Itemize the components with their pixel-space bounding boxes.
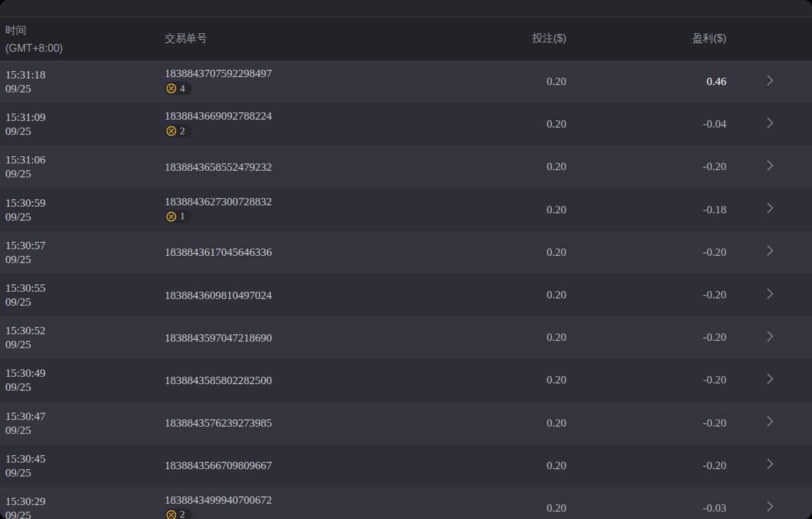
row-detail-button[interactable] bbox=[726, 413, 812, 433]
row-detail-button[interactable] bbox=[726, 328, 812, 348]
table-row[interactable]: 15:30:47 09/25 1838843576239273985 0.20 … bbox=[0, 402, 812, 445]
time-cell: 15:31:18 09/25 bbox=[0, 68, 165, 96]
time-cell: 15:30:52 09/25 bbox=[0, 324, 165, 352]
table-row[interactable]: 15:30:45 09/25 1838843566709809667 0.20 … bbox=[0, 445, 812, 487]
bet-count-badge: 4 bbox=[165, 82, 192, 95]
chevron-right-icon bbox=[762, 413, 777, 433]
column-header-profit: 盈利($) bbox=[566, 32, 726, 46]
bet-amount: 0.20 bbox=[434, 246, 566, 259]
order-cell: 1838843585802282500 bbox=[165, 373, 434, 387]
odds-percent-coin-icon bbox=[166, 83, 177, 94]
time-timezone-label: (GMT+8:00) bbox=[5, 39, 165, 57]
chevron-right-icon bbox=[762, 456, 777, 475]
time-cell: 15:30:49 09/25 bbox=[0, 366, 165, 394]
table-body: 15:31:18 09/25 1838843707592298497 4 0.2… bbox=[0, 60, 812, 519]
bet-amount: 0.20 bbox=[434, 502, 566, 515]
profit-amount: -0.18 bbox=[566, 203, 726, 217]
row-order-number: 1838843617045646336 bbox=[165, 245, 434, 259]
order-cell: 1838843707592298497 4 bbox=[165, 66, 434, 97]
row-order-number: 1838843658552479232 bbox=[165, 160, 434, 174]
table-row[interactable]: 15:30:55 09/25 1838843609810497024 0.20 … bbox=[0, 274, 812, 316]
row-order-number: 1838843609810497024 bbox=[165, 288, 434, 302]
bet-count-value: 2 bbox=[180, 124, 185, 138]
row-time: 15:31:06 bbox=[5, 153, 165, 167]
profit-amount: -0.20 bbox=[566, 417, 726, 430]
order-cell: 1838843627300728832 1 bbox=[165, 195, 434, 225]
row-time: 15:30:57 bbox=[5, 239, 165, 253]
row-time: 15:31:18 bbox=[5, 68, 165, 82]
row-date: 09/25 bbox=[5, 338, 165, 352]
bet-amount: 0.20 bbox=[434, 331, 566, 344]
bet-amount: 0.20 bbox=[434, 373, 566, 387]
profit-amount: -0.20 bbox=[566, 160, 726, 173]
order-cell: 1838843566709809667 bbox=[165, 459, 434, 472]
row-detail-button[interactable] bbox=[726, 371, 812, 390]
table-header-row: 时间 (GMT+8:00) 交易单号 投注($) 盈利($) bbox=[0, 17, 812, 60]
table-row[interactable]: 15:31:18 09/25 1838843707592298497 4 0.2… bbox=[0, 60, 812, 103]
table-row[interactable]: 15:30:49 09/25 1838843585802282500 0.20 … bbox=[0, 359, 812, 401]
table-row[interactable]: 15:30:57 09/25 1838843617045646336 0.20 … bbox=[0, 231, 812, 274]
row-order-number: 1838843566709809667 bbox=[165, 459, 434, 472]
time-cell: 15:30:45 09/25 bbox=[0, 452, 165, 480]
row-detail-button[interactable] bbox=[726, 456, 812, 475]
row-time: 15:30:47 bbox=[5, 409, 165, 423]
row-order-number: 1838843597047218690 bbox=[165, 331, 434, 345]
row-date: 09/25 bbox=[5, 124, 165, 138]
order-cell: 1838843617045646336 bbox=[165, 245, 434, 259]
row-date: 09/25 bbox=[5, 253, 165, 266]
odds-percent-coin-icon bbox=[166, 510, 177, 519]
row-date: 09/25 bbox=[5, 295, 165, 309]
row-detail-button[interactable] bbox=[726, 286, 812, 305]
chevron-right-icon bbox=[762, 328, 777, 348]
time-cell: 15:30:59 09/25 bbox=[0, 196, 165, 224]
bet-amount: 0.20 bbox=[434, 118, 566, 131]
column-header-bet: 投注($) bbox=[434, 32, 566, 46]
row-detail-button[interactable] bbox=[726, 115, 812, 134]
time-cell: 15:30:57 09/25 bbox=[0, 239, 165, 266]
row-detail-button[interactable] bbox=[726, 157, 812, 177]
row-time: 15:30:45 bbox=[5, 452, 165, 466]
bet-count-badge: 1 bbox=[165, 210, 192, 223]
order-cell: 1838843597047218690 bbox=[165, 331, 434, 345]
table-row[interactable]: 15:30:29 09/25 1838843499940700672 2 0.2… bbox=[0, 487, 812, 519]
profit-amount: -0.20 bbox=[566, 459, 726, 472]
row-detail-button[interactable] bbox=[726, 200, 812, 219]
time-cell: 15:30:55 09/25 bbox=[0, 281, 165, 309]
row-order-number: 1838843707592298497 bbox=[165, 66, 434, 80]
bet-amount: 0.20 bbox=[434, 160, 566, 173]
profit-amount: -0.20 bbox=[566, 373, 726, 387]
trade-history-panel: 时间 (GMT+8:00) 交易单号 投注($) 盈利($) 15:31:18 … bbox=[0, 0, 812, 519]
row-order-number: 1838843499940700672 bbox=[165, 493, 434, 507]
row-time: 15:31:09 bbox=[5, 110, 165, 124]
chevron-right-icon bbox=[762, 72, 777, 92]
panel-top-bar bbox=[0, 0, 812, 17]
profit-amount: -0.20 bbox=[566, 331, 726, 344]
odds-percent-coin-icon bbox=[166, 126, 177, 136]
table-row[interactable]: 15:30:59 09/25 1838843627300728832 1 0.2… bbox=[0, 189, 812, 231]
time-label: 时间 bbox=[5, 21, 165, 39]
row-order-number: 1838843669092788224 bbox=[165, 109, 434, 123]
row-date: 09/25 bbox=[5, 508, 165, 519]
profit-amount: 0.46 bbox=[566, 75, 726, 88]
chevron-right-icon bbox=[762, 157, 777, 177]
row-detail-button[interactable] bbox=[726, 243, 812, 262]
row-order-number: 1838843585802282500 bbox=[165, 373, 434, 387]
time-cell: 15:31:09 09/25 bbox=[0, 110, 165, 138]
bet-count-badge: 2 bbox=[165, 508, 192, 519]
table-row[interactable]: 15:31:09 09/25 1838843669092788224 2 0.2… bbox=[0, 103, 812, 146]
table-row[interactable]: 15:31:06 09/25 1838843658552479232 0.20 … bbox=[0, 146, 812, 188]
column-header-time: 时间 (GMT+8:00) bbox=[0, 17, 165, 57]
row-time: 15:30:52 bbox=[5, 324, 165, 338]
table-row[interactable]: 15:30:52 09/25 1838843597047218690 0.20 … bbox=[0, 316, 812, 359]
row-detail-button[interactable] bbox=[726, 498, 812, 518]
bet-amount: 0.20 bbox=[434, 203, 566, 217]
row-time: 15:30:55 bbox=[5, 281, 165, 295]
profit-amount: -0.03 bbox=[566, 502, 726, 515]
order-cell: 1838843609810497024 bbox=[165, 288, 434, 302]
time-cell: 15:30:29 09/25 bbox=[0, 494, 165, 519]
profit-amount: -0.20 bbox=[566, 246, 726, 259]
row-detail-button[interactable] bbox=[726, 72, 812, 92]
chevron-right-icon bbox=[762, 371, 777, 390]
chevron-right-icon bbox=[762, 498, 777, 518]
order-cell: 1838843576239273985 bbox=[165, 416, 434, 430]
